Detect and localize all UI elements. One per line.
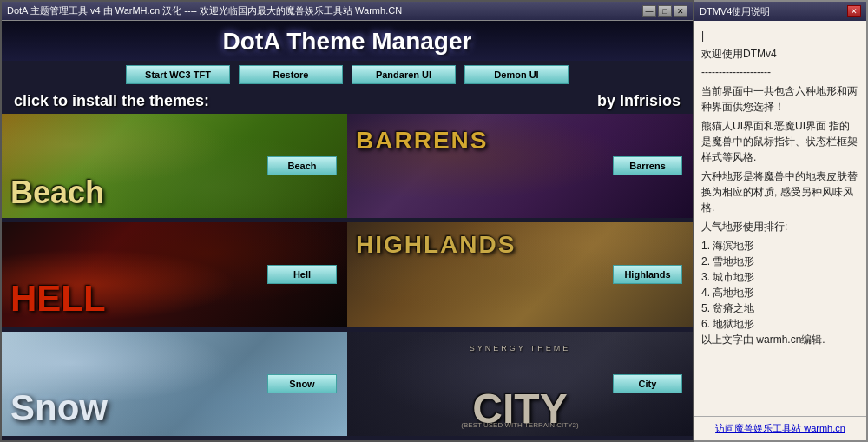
title-bar-controls: — □ ✕ — [642, 5, 687, 17]
right-desc2-section: 熊猫人UI界面和恶魔UI界面 指的是魔兽中的鼠标指针、状态栏框架样式等风格. — [701, 118, 859, 165]
right-title-bar: DTMV4使用说明 ✕ — [694, 2, 866, 21]
right-rank-title: 人气地形使用排行: — [701, 219, 859, 234]
right-desc1-section: 当前界面中一共包含六种地形和两种界面供您选择！ — [701, 83, 859, 115]
right-pipe: | — [701, 28, 859, 43]
right-close-button[interactable]: ✕ — [847, 5, 861, 17]
right-footer-link[interactable]: 访问魔兽娱乐工具站 warmh.cn — [694, 416, 866, 440]
snow-install-button[interactable]: Snow — [267, 374, 337, 393]
right-content: | 欢迎使用DTMv4 -------------------- 当前界面中一共… — [694, 21, 866, 416]
title-bar-text: DotA 主题管理工具 v4 由 WarMH.cn 汉化 ---- 欢迎光临国内… — [7, 4, 402, 17]
barrens-install-button[interactable]: Barrens — [613, 156, 682, 175]
themes-grid: Beach Beach BARRENS Barrens HELL Hell HI… — [2, 114, 693, 440]
right-desc3: 六种地形是将魔兽中的地表皮肤替换为相应的材质, 感受另种风味风格. — [701, 168, 859, 215]
right-intro: | 欢迎使用DTMv4 -------------------- — [701, 28, 859, 80]
right-panel: DTMV4使用说明 ✕ | 欢迎使用DTMv4 ----------------… — [694, 0, 868, 442]
right-ranks-list: 1. 海滨地形2. 雪地地形3. 城市地形4. 高地地形5. 贫瘠之地6. 地狱… — [701, 238, 859, 332]
rank-item-1: 1. 海滨地形 — [701, 238, 859, 254]
main-panel: DotA 主题管理工具 v4 由 WarMH.cn 汉化 ---- 欢迎光临国内… — [0, 0, 694, 442]
beach-theme-cell: Beach Beach — [2, 114, 347, 218]
rank-item-2: 2. 雪地地形 — [701, 254, 859, 269]
hell-theme-cell: HELL Hell — [2, 222, 347, 327]
right-divider1: -------------------- — [701, 64, 859, 80]
hell-install-button[interactable]: Hell — [267, 265, 337, 284]
barrens-theme-cell: BARRENS Barrens — [347, 114, 693, 218]
rank-item-4: 4. 高地地形 — [701, 285, 859, 300]
right-desc1: 当前界面中一共包含六种地形和两种界面供您选择！ — [701, 83, 859, 115]
right-desc3-section: 六种地形是将魔兽中的地表皮肤替换为相应的材质, 感受另种风味风格. — [701, 168, 859, 215]
maximize-button[interactable]: □ — [658, 5, 672, 17]
highlands-install-button[interactable]: Highlands — [613, 265, 682, 284]
subtitle-bar: click to install the themes: by Infrisio… — [2, 89, 693, 114]
city-install-button[interactable]: City — [613, 374, 682, 393]
right-rank-section: 人气地形使用排行: — [701, 219, 859, 234]
demon-ui-button[interactable]: Demon UI — [464, 65, 569, 84]
snow-theme-cell: Snow Snow — [2, 332, 347, 436]
right-desc2: 熊猫人UI界面和恶魔UI界面 指的是魔兽中的鼠标指针、状态栏框架样式等风格. — [701, 118, 859, 165]
right-title-text: DTMV4使用说明 — [700, 5, 770, 18]
highlands-theme-cell: HIGHLANDS Highlands — [347, 222, 693, 327]
city-note-label: (BEST USED WITH TERRAIN CITY2) — [347, 421, 693, 429]
beach-install-button[interactable]: Beach — [267, 156, 337, 175]
rank-item-3: 3. 城市地形 — [701, 269, 859, 285]
rank-item-6: 6. 地狱地形 — [701, 316, 859, 332]
subtitle-left: click to install the themes: — [14, 92, 209, 110]
title-bar: DotA 主题管理工具 v4 由 WarMH.cn 汉化 ---- 欢迎光临国内… — [2, 2, 693, 21]
city-theme-cell: SYNERGY THEME CITY (BEST USED WITH TERRA… — [347, 332, 693, 436]
close-button[interactable]: ✕ — [674, 5, 687, 17]
pandaren-ui-button[interactable]: Pandaren UI — [352, 65, 456, 84]
right-editor-section: 以上文字由 warmh.cn编辑. — [701, 332, 859, 347]
rank-item-5: 5. 贫瘠之地 — [701, 300, 859, 316]
right-editor: 以上文字由 warmh.cn编辑. — [701, 332, 859, 347]
start-wc3-button[interactable]: Start WC3 TFT — [126, 65, 230, 84]
app-title-text: DotA Theme Manager — [223, 28, 472, 55]
minimize-button[interactable]: — — [642, 5, 656, 17]
city-synergy-label: SYNERGY THEME — [347, 344, 693, 353]
right-welcome: 欢迎使用DTMv4 — [701, 46, 859, 62]
subtitle-right: by Infrisios — [597, 92, 681, 110]
restore-button[interactable]: Restore — [239, 65, 343, 84]
app-title-section: DotA Theme Manager — [2, 21, 693, 61]
top-buttons-bar: Start WC3 TFT Restore Pandaren UI Demon … — [2, 61, 693, 89]
